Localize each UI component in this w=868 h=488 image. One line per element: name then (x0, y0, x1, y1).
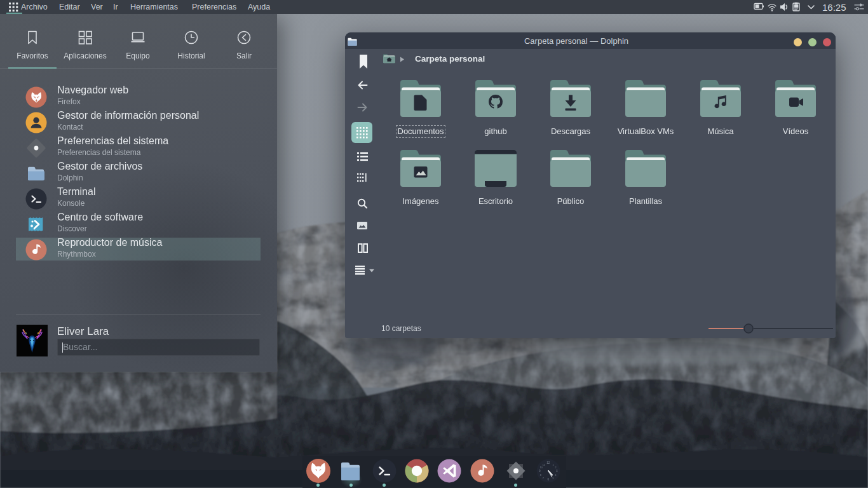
svg-text:8: 8 (540, 474, 541, 477)
svg-text:12: 12 (546, 461, 550, 464)
svg-text:1: 1 (553, 464, 554, 466)
svg-text:11: 11 (543, 464, 545, 466)
svg-text:3: 3 (556, 470, 558, 473)
svg-text:2: 2 (555, 466, 557, 469)
svg-text:4: 4 (555, 474, 557, 477)
svg-text:9: 9 (539, 470, 541, 473)
svg-text:6: 6 (548, 478, 550, 481)
svg-text:10: 10 (540, 466, 543, 469)
svg-text:5: 5 (553, 477, 554, 480)
svg-text:7: 7 (543, 477, 544, 480)
